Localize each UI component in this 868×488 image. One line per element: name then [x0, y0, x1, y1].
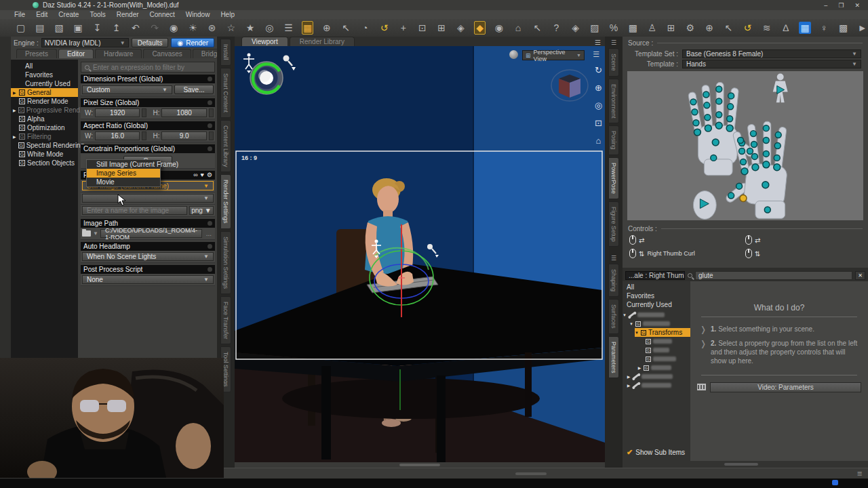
frame-camera-icon[interactable]: ⊡ — [595, 118, 602, 128]
settings-group-item[interactable]: ▶ G Filtering — [11, 132, 78, 141]
video-parameters-button[interactable]: Video: Parameters — [710, 382, 861, 392]
node-selector[interactable]: ...ale : Right Thumb 3 ▼ — [625, 271, 685, 280]
parameter-search-input[interactable]: glute — [695, 271, 852, 280]
engine-select[interactable]: NVIDIA Iray (MDL) ▼ — [41, 38, 129, 47]
animate-icon[interactable]: ▦ — [799, 22, 810, 34]
scene-list-icon[interactable]: ☰ — [283, 22, 294, 34]
pointer2-icon[interactable]: ↖ — [723, 22, 734, 34]
weight-brush-icon[interactable]: % — [608, 22, 619, 34]
redo-icon[interactable]: ↷ — [149, 22, 160, 34]
pane-tab[interactable]: Face Transfer — [220, 296, 231, 345]
folder-icon[interactable] — [82, 230, 91, 237]
zoom-camera-icon[interactable]: ◎ — [595, 100, 602, 110]
pane-menu-icon[interactable]: ☰ — [611, 39, 616, 46]
pane-tab[interactable]: Install — [220, 39, 231, 66]
render-type-menu-item[interactable]: Still Image (Current Frame) — [87, 160, 160, 169]
aspect-width-field[interactable]: 16.0 — [95, 131, 140, 140]
pan-camera-icon[interactable]: ⊕ — [595, 83, 602, 93]
settings-group-item[interactable]: ▶ G Render Mode — [11, 97, 78, 106]
menu-item[interactable]: File — [9, 11, 30, 18]
pane-menu-icon[interactable]: ☰ — [595, 39, 601, 46]
minimize-button[interactable]: – — [824, 2, 827, 9]
tab-viewport[interactable]: Viewport — [241, 37, 288, 46]
new-spotlight-icon[interactable]: ★ — [244, 22, 256, 34]
settings-tool-icon[interactable]: ⚙ — [684, 22, 696, 34]
settings-group-item[interactable]: ▶ G Optimization — [11, 123, 78, 132]
pane-tab[interactable]: PowerPose — [608, 157, 619, 199]
dformer-icon[interactable]: ◈ — [455, 22, 467, 34]
strand-hair-icon[interactable]: ≋ — [761, 22, 772, 34]
chevron-down-icon[interactable]: ▼ — [93, 230, 98, 237]
width-spinner[interactable] — [142, 131, 146, 140]
surface-selection-icon[interactable]: ◔ — [359, 22, 371, 34]
image-path-field[interactable]: C:/VIDEO/UPLOADS/1_ROOM/4-1-ROOM — [100, 229, 202, 238]
menu-item[interactable]: Window — [181, 11, 215, 18]
ds-home-icon[interactable]: ⌂ — [512, 22, 524, 34]
merge-file-icon[interactable]: ▧ — [53, 22, 64, 34]
render-settings-tab[interactable]: Presets — [16, 49, 57, 58]
settings-group-item[interactable]: ▶ G Progressive Rend. — [11, 106, 78, 115]
pane-tab[interactable]: Render Settings — [220, 174, 231, 229]
dimension-preset-select[interactable]: Custom ▼ — [82, 85, 172, 94]
undo-icon[interactable]: ↶ — [130, 22, 141, 34]
figure-tool-icon[interactable]: ♙ — [646, 22, 658, 34]
browse-button[interactable]: ... — [204, 230, 214, 237]
settings-group-item[interactable]: ▶ G General — [11, 88, 78, 97]
menu-item[interactable]: Edit — [31, 11, 52, 18]
aspect-height-field[interactable]: 9.0 — [161, 131, 206, 140]
graph-icon[interactable]: ∆ — [780, 22, 791, 34]
selected-pose-node[interactable] — [740, 195, 747, 202]
new-point-light-icon[interactable]: ⊛ — [206, 22, 218, 34]
tree-row[interactable]: ▼G — [623, 319, 690, 328]
render-button[interactable]: ◉ Render — [171, 38, 214, 47]
node-selection-icon[interactable]: ↖ — [340, 22, 352, 34]
mat-icon[interactable]: ▩ — [837, 22, 849, 34]
sphere-nav-widget[interactable] — [250, 62, 283, 94]
universal-tool2-icon[interactable]: ⊕ — [703, 22, 715, 34]
pane-tab[interactable]: Posing — [608, 125, 619, 155]
render-style-select[interactable]: ▼ — [82, 194, 214, 203]
height-spinner[interactable] — [209, 131, 214, 140]
polygon-group-icon[interactable]: ▨ — [589, 22, 600, 34]
tree-row[interactable]: G — [623, 354, 690, 363]
pane-tab[interactable]: Figure Setup — [608, 201, 619, 247]
close-button[interactable]: ✕ — [854, 2, 860, 9]
render-frame-icon[interactable]: ◉ — [493, 22, 505, 34]
auto-headlamp-select[interactable]: When No Scene Lights ▼ — [82, 252, 214, 261]
template-select[interactable]: Hands ▼ — [682, 60, 861, 68]
viewport-canvas[interactable]: 16 : 9 ⊞ Perspective View ▼ ☰ ↻ ⊕ ◎ ⊡ ⌂ — [235, 46, 605, 462]
save-file-icon[interactable]: ▣ — [73, 22, 84, 34]
height-spinner[interactable] — [209, 108, 214, 117]
restore-button[interactable]: ❐ — [838, 2, 844, 9]
clear-search-button[interactable]: ✕ — [855, 271, 865, 280]
settings-group-item[interactable]: ▶ G Favorites — [11, 70, 78, 79]
aim-at-icon[interactable]: ◎ — [264, 22, 275, 34]
menu-item[interactable]: Help — [216, 11, 239, 18]
link-icon[interactable]: ∞ — [193, 171, 197, 180]
import-icon[interactable]: ↧ — [92, 22, 103, 34]
parameter-filter-item[interactable]: All — [623, 283, 690, 291]
open-file-icon[interactable]: ▤ — [34, 22, 45, 34]
pane-tab[interactable]: Smart Content — [220, 68, 231, 118]
defaults-button[interactable]: Defaults — [132, 38, 169, 47]
smart-content-icon[interactable]: ▦ — [302, 21, 313, 35]
tree-row[interactable]: ▶ — [623, 372, 690, 381]
tree-row[interactable]: ▼ — [623, 310, 690, 319]
drawstyle-globe-icon[interactable] — [509, 50, 518, 59]
tree-row[interactable]: G — [623, 337, 690, 346]
image-name-field[interactable]: Enter a name for the image — [82, 206, 187, 215]
render-settings-tab[interactable]: Hardware — [95, 49, 142, 58]
post-process-select[interactable]: None ▼ — [82, 275, 214, 284]
render-type-menu-item[interactable]: Movie — [87, 178, 160, 186]
reset-camera-icon[interactable]: ⌂ — [595, 136, 602, 146]
taskbar-app-icon[interactable] — [832, 480, 838, 485]
render-settings-tab[interactable]: Editor — [58, 49, 94, 58]
universal-tool-icon[interactable]: ⊕ — [321, 22, 332, 34]
pane-menu-icon[interactable]: ☰ — [611, 255, 616, 262]
new-linear-light-icon[interactable]: ☆ — [225, 22, 237, 34]
frame-tool-icon[interactable]: ⊞ — [436, 22, 448, 34]
pixel-height-field[interactable]: 1080 — [161, 108, 206, 117]
gear-icon[interactable]: ⚙ — [207, 171, 212, 180]
map-transfer-icon[interactable]: ▩ — [627, 22, 639, 34]
settings-group-item[interactable]: ▶ G Alpha — [11, 115, 78, 123]
